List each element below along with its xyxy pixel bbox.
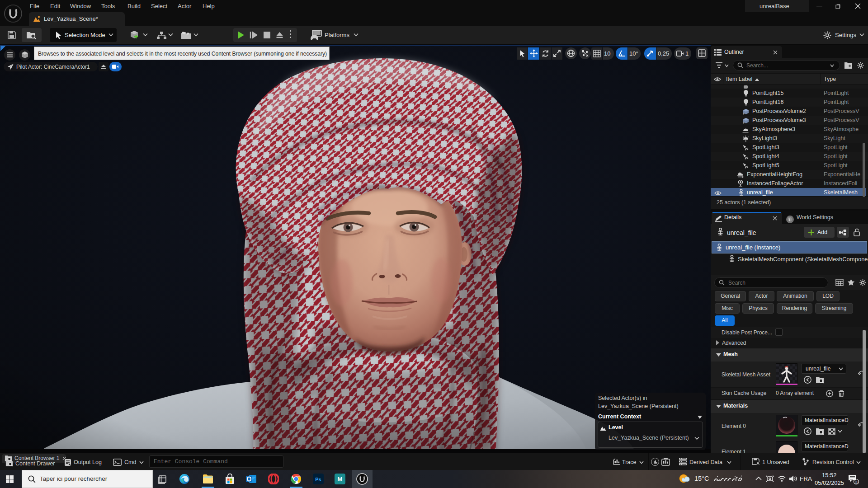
svg-text:Ps: Ps	[315, 477, 321, 482]
svg-text:3: 3	[855, 480, 857, 484]
svg-text:M: M	[338, 476, 343, 483]
